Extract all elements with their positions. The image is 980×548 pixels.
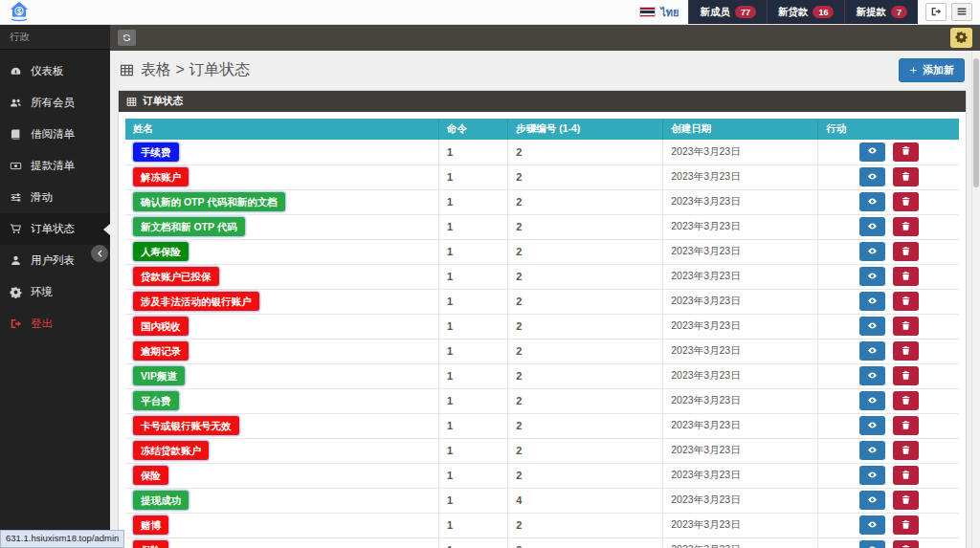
order-cell: 1	[439, 413, 508, 438]
step-cell: 2	[508, 164, 663, 189]
view-button[interactable]	[859, 466, 885, 485]
status-badge[interactable]: VIP频道	[133, 366, 185, 386]
status-badge[interactable]: 新文档和新 OTP 代码	[133, 217, 245, 237]
table-row: 手续费 1 2 2023年3月23日	[125, 140, 959, 164]
sidebar-item-order-status[interactable]: 订单状态	[0, 213, 110, 245]
delete-button[interactable]	[893, 242, 919, 261]
panel-title: 订单状态	[143, 95, 183, 108]
status-badge[interactable]: 提现成功	[133, 491, 189, 511]
delete-button[interactable]	[893, 491, 919, 510]
delete-button[interactable]	[893, 317, 919, 336]
delete-button[interactable]	[893, 192, 919, 211]
date-cell: 2023年3月23日	[663, 413, 818, 438]
status-badge[interactable]: 确认新的 OTP 代码和新的文档	[133, 192, 285, 212]
table-grid-icon	[126, 97, 137, 107]
status-badge[interactable]: 保险	[133, 540, 168, 548]
delete-button[interactable]	[893, 391, 919, 410]
view-button[interactable]	[859, 167, 885, 186]
content: 表格 > 订单状态 添加新 订单状态	[110, 51, 980, 548]
view-button[interactable]	[859, 416, 885, 435]
step-cell: 2	[508, 140, 663, 164]
settings-button[interactable]	[950, 28, 972, 48]
delete-button[interactable]	[893, 292, 919, 311]
breadcrumb-text: 表格 > 订单状态	[141, 60, 250, 80]
view-button[interactable]	[859, 142, 885, 162]
sidebar-item-withdrawals[interactable]: 提款清单	[0, 150, 110, 182]
view-button[interactable]	[859, 192, 885, 211]
status-badge[interactable]: 逾期记录	[133, 341, 189, 362]
status-url-tooltip: 631.1.hsiuxism18.top/admin	[0, 530, 124, 548]
eye-icon	[867, 369, 878, 384]
trash-icon	[901, 245, 911, 259]
logout-button[interactable]	[925, 3, 947, 21]
view-button[interactable]	[859, 317, 885, 336]
col-header-actions: 行动	[818, 119, 959, 140]
delete-button[interactable]	[893, 466, 919, 485]
delete-button[interactable]	[893, 515, 919, 535]
status-badge[interactable]: 赌博	[133, 515, 168, 536]
delete-button[interactable]	[893, 341, 919, 361]
trash-icon	[901, 394, 911, 408]
status-badge[interactable]: 卡号或银行账号无效	[133, 416, 239, 436]
sidebar-item-slides[interactable]: 滑动	[0, 182, 110, 213]
delete-button[interactable]	[893, 416, 919, 435]
refresh-icon	[122, 30, 132, 47]
view-button[interactable]	[859, 441, 885, 460]
vertical-scrollbar[interactable]	[971, 51, 980, 548]
sign-out-icon	[930, 4, 942, 21]
status-badge[interactable]: 贷款账户已投保	[133, 267, 219, 287]
date-cell: 2023年3月23日	[663, 537, 818, 548]
topbar-nav-item-0[interactable]: 新成员 77	[688, 0, 767, 24]
sidebar-item-members[interactable]: 所有会员	[0, 87, 110, 119]
table-row: 保险 1 2 2023年3月23日	[125, 537, 959, 548]
view-button[interactable]	[859, 217, 885, 236]
status-badge[interactable]: 国内税收	[133, 317, 189, 337]
view-button[interactable]	[859, 391, 885, 410]
menu-toggle-button[interactable]	[951, 3, 972, 21]
delete-button[interactable]	[893, 217, 919, 236]
delete-button[interactable]	[893, 142, 919, 162]
sidebar-item-logout[interactable]: 登出	[0, 308, 110, 340]
language-selector[interactable]: ไทย	[630, 0, 688, 24]
topbar-nav-group: 新成员 77 新贷款 16 新提款 7	[688, 0, 918, 24]
status-badge[interactable]: 解冻账户	[133, 167, 189, 187]
step-cell: 2	[508, 388, 663, 413]
delete-button[interactable]	[893, 267, 919, 286]
table-row: 解冻账户 1 2 2023年3月23日	[125, 164, 959, 189]
sidebar-collapse-button[interactable]	[91, 245, 108, 262]
delete-button[interactable]	[893, 167, 919, 186]
order-cell: 1	[439, 289, 508, 314]
topbar-nav-item-2[interactable]: 新提款 7	[844, 0, 918, 24]
trash-icon	[901, 144, 911, 159]
delete-button[interactable]	[893, 366, 919, 385]
view-button[interactable]	[859, 491, 885, 510]
view-button[interactable]	[859, 341, 885, 361]
status-badge[interactable]: 保险	[133, 466, 168, 486]
view-button[interactable]	[859, 242, 885, 261]
scrollbar-thumb[interactable]	[973, 58, 979, 187]
sidebar-item-environment[interactable]: 环境	[0, 276, 110, 308]
view-button[interactable]	[859, 515, 885, 535]
view-button[interactable]	[859, 267, 885, 286]
status-badge[interactable]: 冻结贷款账户	[133, 441, 209, 461]
sidebar-item-loan-list[interactable]: 借阅清单	[0, 119, 110, 150]
app-logo[interactable]: $	[0, 0, 110, 24]
trash-icon	[901, 295, 911, 309]
status-badge[interactable]: 人寿保险	[133, 242, 189, 262]
refresh-button[interactable]	[118, 30, 136, 46]
order-cell: 1	[439, 438, 508, 463]
status-badge[interactable]: 平台费	[133, 391, 179, 411]
add-new-button[interactable]: 添加新	[899, 58, 965, 82]
view-button[interactable]	[859, 540, 885, 548]
eye-icon	[867, 220, 878, 234]
sidebar-item-dashboard[interactable]: 仪表板	[0, 55, 110, 87]
delete-button[interactable]	[893, 540, 919, 548]
delete-button[interactable]	[893, 441, 919, 460]
status-badge[interactable]: 涉及非法活动的银行账户	[133, 292, 259, 312]
table-row: 涉及非法活动的银行账户 1 2 2023年3月23日	[125, 289, 959, 314]
status-badge[interactable]: 手续费	[133, 142, 179, 163]
view-button[interactable]	[859, 366, 885, 385]
view-button[interactable]	[859, 292, 885, 311]
topbar-nav-item-1[interactable]: 新贷款 16	[767, 0, 845, 24]
main-area: 表格 > 订单状态 添加新 订单状态	[110, 25, 980, 548]
